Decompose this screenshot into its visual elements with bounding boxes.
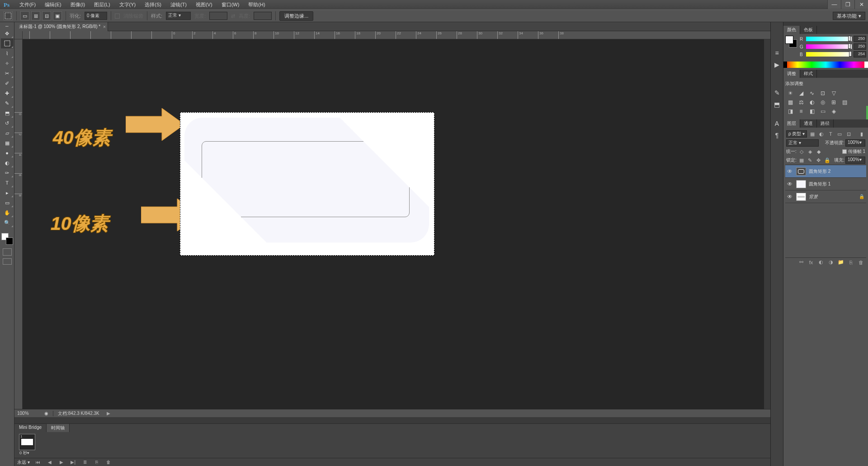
brush-panel-icon[interactable]: ✎ [773,88,782,97]
filter-pixel-icon[interactable]: ▦ [809,131,816,137]
blend-mode-select[interactable]: 正常 ▾ [786,139,819,147]
mask-icon[interactable]: ◐ [817,259,825,266]
menu-image[interactable]: 图像(I) [66,0,90,9]
canvas-document[interactable] [180,112,434,256]
opacity-value[interactable]: 100%▾ [845,139,865,147]
stamp-tool[interactable]: ⬒ [1,108,14,118]
selection-add-icon[interactable]: ⊞ [31,11,40,20]
brush-tool[interactable]: ✎ [1,98,14,108]
layer-name[interactable]: 圆角矩形 1 [809,181,864,187]
minimize-button[interactable]: — [827,0,841,9]
pen-tool[interactable]: ✑ [1,168,14,178]
adjustment-layer-icon[interactable]: ◑ [827,259,835,266]
tab-mini-bridge[interactable]: Mini Bridge [14,424,47,432]
timeline-frame-1[interactable]: 1 0 秒▾ [19,434,35,450]
hand-tool[interactable]: ✋ [1,208,14,218]
selection-intersect-icon[interactable]: ▣ [53,11,62,20]
tab-layers[interactable]: 图层 [783,119,800,128]
tab-paths[interactable]: 路径 [817,119,834,128]
threshold-adjust-icon[interactable]: ◧ [808,108,816,115]
close-button[interactable]: ✕ [854,0,868,9]
eyedropper-tool[interactable]: ✐ [1,78,14,88]
canvas-viewport[interactable]: 40像素 10像素 [23,39,770,409]
vibrance-adjust-icon[interactable]: ▽ [830,90,838,97]
r-value[interactable]: 250 [854,36,866,42]
hue-adjust-icon[interactable]: ▦ [786,99,794,106]
layer-thumbnail[interactable] [796,180,806,188]
fill-value[interactable]: 100%▾ [845,157,865,164]
propagate-checkbox[interactable] [842,149,847,154]
tab-timeline[interactable]: 时间轴 [47,424,70,432]
color-spectrum[interactable] [783,62,868,68]
menu-view[interactable]: 视图(V) [191,0,217,9]
tab-swatches[interactable]: 色板 [800,26,817,34]
link-layers-icon[interactable]: ⚯ [797,259,805,266]
filter-adjust-icon[interactable]: ◐ [818,131,825,137]
b-value[interactable]: 254 [854,51,866,57]
selective-adjust-icon[interactable]: ◈ [830,108,838,115]
ruler-origin[interactable] [14,31,23,39]
blur-tool[interactable]: ● [1,148,14,158]
first-frame-icon[interactable]: ⏮ [34,459,42,466]
r-slider[interactable] [806,37,852,41]
menu-edit[interactable]: 编辑(E) [40,0,66,9]
filter-smart-icon[interactable]: ⊡ [845,131,852,137]
eraser-tool[interactable]: ▱ [1,128,14,138]
lock-pixel-icon[interactable]: ✎ [807,157,814,163]
filter-toggle-icon[interactable]: ▮ [858,131,865,137]
para-panel-icon[interactable]: ¶ [773,131,782,140]
color-swatches[interactable] [1,233,13,245]
layer-item-rounded-2[interactable]: 👁 圆角矩形 2 [785,165,866,178]
frame-delay[interactable]: 0 秒▾ [19,450,29,456]
layer-item-background[interactable]: 👁 背景 🔒 [785,190,866,203]
actions-panel-icon[interactable]: ▶ [773,60,782,69]
lock-all-icon[interactable]: 🔒 [824,157,831,163]
brightness-adjust-icon[interactable]: ☀ [786,90,794,97]
bw-adjust-icon[interactable]: ◐ [808,99,816,106]
tab-color[interactable]: 颜色 [783,26,800,34]
new-layer-icon[interactable]: ⎘ [847,259,854,266]
color-panel-swatch[interactable] [785,36,797,48]
layer-thumbnail[interactable] [796,167,806,176]
unify-style-icon[interactable]: ◆ [815,148,822,155]
history-panel-icon[interactable]: ≡ [773,48,782,57]
tab-styles[interactable]: 样式 [800,70,817,78]
horizontal-scrollbar[interactable] [14,417,770,423]
levels-adjust-icon[interactable]: ◢ [797,90,805,97]
exposure-adjust-icon[interactable]: ⊡ [819,90,827,97]
horizontal-ruler[interactable]: 02468101214161820222426283032343638 [23,31,770,39]
document-tab[interactable]: 未标题-1 @ 100% (圆角矩形 2, RGB/8) * × [14,22,108,31]
quick-mask-button[interactable] [3,248,12,256]
layer-filter-kind[interactable]: ρ 类型 ▾ [786,130,807,138]
refine-edge-button[interactable]: 调整边缘... [279,11,313,21]
layer-item-rounded-1[interactable]: 👁 圆角矩形 1 [785,178,866,190]
doc-info-flyout-icon[interactable]: ▶ [107,411,110,416]
move-tool[interactable]: ✥ [1,29,14,38]
selection-new-icon[interactable]: ▭ [20,11,29,20]
heal-tool[interactable]: ✚ [1,88,14,98]
screen-mode-button[interactable] [3,258,12,265]
menu-file[interactable]: 文件(F) [15,0,40,9]
tab-channels[interactable]: 通道 [800,119,817,128]
lock-trans-icon[interactable]: ▦ [798,157,805,163]
filter-type-icon[interactable]: T [827,131,834,137]
close-tab-icon[interactable]: × [103,24,106,29]
path-select-tool[interactable]: ▸ [1,188,14,198]
unify-pos-icon[interactable]: ◇ [798,148,805,155]
poster-adjust-icon[interactable]: ≡ [797,108,805,115]
lasso-tool[interactable]: ⌇ [1,48,14,58]
layer-thumbnail[interactable] [796,193,806,201]
menu-help[interactable]: 帮助(H) [244,0,269,9]
doc-size-icon[interactable]: ◉ [44,411,48,416]
visibility-icon[interactable]: 👁 [787,181,793,187]
unify-vis-icon[interactable]: ◈ [807,148,814,155]
maximize-button[interactable]: ❐ [841,0,854,9]
style-select[interactable]: 正常 ▾ [166,12,191,20]
lock-pos-icon[interactable]: ✥ [815,157,822,163]
tab-adjustments[interactable]: 调整 [783,70,800,78]
loop-select[interactable]: 永远 ▾ [17,459,30,466]
dodge-tool[interactable]: ◐ [1,158,14,168]
curves-adjust-icon[interactable]: ∿ [808,90,816,97]
background-color[interactable] [6,238,13,245]
filter-shape-icon[interactable]: ▭ [836,131,843,137]
